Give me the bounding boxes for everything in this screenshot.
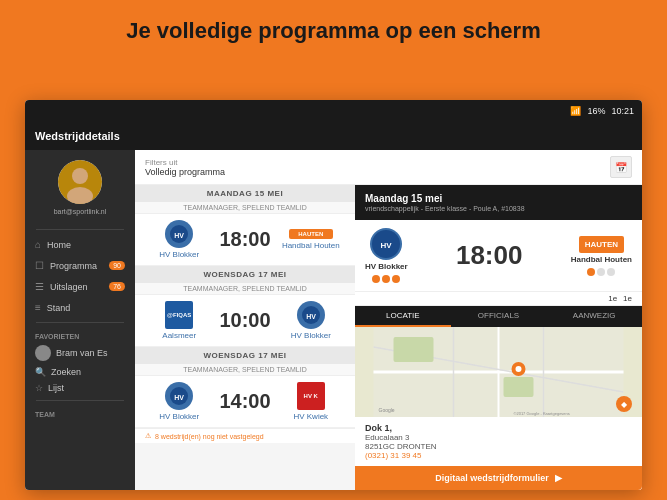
score-numbers-row: 1e 1e	[355, 292, 642, 306]
stand-icon: ≡	[35, 302, 41, 313]
away-team-name-1: Handbal Houten	[282, 241, 340, 250]
team-label: TEAM	[25, 405, 135, 420]
fav-avatar	[35, 345, 51, 361]
detail-home-name: HV Blokker	[365, 262, 408, 271]
sub-header-3: TEAMMANAGER, SPELEND TEAMLID	[135, 364, 355, 376]
filter-label: Filters uit	[145, 158, 604, 167]
favorieten-label: FAVORIETEN	[25, 327, 135, 342]
home-team-name-2: Aalsmeer	[162, 331, 196, 340]
sidebar-uitslagen-label: Uitslagen	[50, 282, 88, 292]
wifi-icon: 📶	[570, 106, 581, 116]
home-team-col-2: @FIQAS Aalsmeer	[143, 301, 215, 340]
day-header-1: MAANDAG 15 MEI	[135, 185, 355, 202]
detail-away-name: Handbal Houten	[571, 255, 632, 264]
svg-text:HV: HV	[174, 394, 184, 401]
form-button-label: Digitaal wedstrijdformulier	[435, 473, 549, 483]
dot2	[382, 275, 390, 283]
digital-form-button[interactable]: Digitaal wedstrijdformulier ▶	[355, 466, 642, 490]
svg-text:HV: HV	[174, 232, 184, 239]
fav-lijst-label: Lijst	[48, 383, 64, 393]
kwiek-logo: HV K	[297, 382, 325, 410]
fav-item-lijst[interactable]: ☆ Lijst	[25, 380, 135, 396]
home-team-name-3: HV Blokker	[159, 412, 199, 421]
search-icon: 🔍	[35, 367, 46, 377]
sidebar-divider-3	[36, 400, 124, 401]
match-time-3: 14:00	[219, 390, 270, 413]
home-team-name-1: HV Blokker	[159, 250, 199, 259]
svg-rect-18	[394, 337, 434, 362]
calendar-filter-icon: 📅	[615, 162, 627, 173]
tab-officials[interactable]: OFFICIALS	[451, 306, 547, 327]
content-area: Filters uit Volledig programma 📅 MAANDAG…	[135, 150, 642, 490]
user-email: bart@sportlink.nl	[50, 208, 111, 215]
svg-text:HV: HV	[306, 313, 316, 320]
adot3	[607, 268, 615, 276]
adot1	[587, 268, 595, 276]
home-icon: ⌂	[35, 239, 41, 250]
svg-rect-17	[504, 377, 534, 397]
hv-blokker-logo-3: HV	[165, 382, 193, 410]
map-area: Google ©2017 Google - Kaartgegevens ◆	[355, 327, 642, 417]
page-title: Je volledige programma op een scherm	[0, 0, 667, 56]
star-icon: ☆	[35, 383, 43, 393]
svg-text:Google: Google	[379, 407, 395, 413]
svg-point-20	[516, 366, 522, 372]
sidebar: bart@sportlink.nl ⌂ Home ☐ Programma 90 …	[25, 150, 135, 490]
detail-date: Maandag 15 mei	[365, 193, 632, 204]
detail-away-col: HAUTEN Handbal Houten	[571, 236, 632, 276]
score-away-num: 1e 1e	[608, 294, 632, 303]
app-header: Wedstrijddetails	[25, 122, 642, 150]
tab-aanwezig[interactable]: AANWEZIG	[546, 306, 642, 327]
svg-text:©2017 Google - Kaartgegevens: ©2017 Google - Kaartgegevens	[514, 411, 570, 416]
match-card-3[interactable]: HV HV Blokker 14:00 HV K HV Kwiek	[135, 376, 355, 428]
sidebar-item-stand[interactable]: ≡ Stand	[25, 297, 135, 318]
arrow-icon: ▶	[555, 473, 562, 483]
fav-item-zoeken[interactable]: 🔍 Zoeken	[25, 364, 135, 380]
map-marker: ◆	[616, 396, 632, 412]
detail-score-row: HV HV Blokker 18:00 HAUTEN	[355, 220, 642, 292]
tab-locatie[interactable]: LOCATIE	[355, 306, 451, 327]
match-card-2[interactable]: @FIQAS Aalsmeer 10:00 HV HV Blokker	[135, 295, 355, 347]
main-layout: bart@sportlink.nl ⌂ Home ☐ Programma 90 …	[25, 150, 642, 490]
dot3	[392, 275, 400, 283]
sidebar-item-programma[interactable]: ☐ Programma 90	[25, 255, 135, 276]
match-card-1[interactable]: HV HV Blokker 18:00 HAUTEN Handbal Houte…	[135, 214, 355, 266]
clock: 10:21	[611, 106, 634, 116]
svg-text:HV: HV	[381, 241, 393, 250]
sidebar-item-home[interactable]: ⌂ Home	[25, 234, 135, 255]
filter-icon-button[interactable]: 📅	[610, 156, 632, 178]
warning-icon: ⚠	[145, 432, 151, 440]
detail-sponsor: HAUTEN	[579, 236, 624, 253]
day-header-3: WOENSDAG 17 MEI	[135, 347, 355, 364]
footer-text: 8 wedstrijd(en) nog niet vastgelegd	[155, 433, 264, 440]
list-icon: ☰	[35, 281, 44, 292]
detail-time: 18:00	[416, 240, 563, 271]
footer-bar: ⚠ 8 wedstrijd(en) nog niet vastgelegd	[135, 428, 355, 443]
dot1	[372, 275, 380, 283]
battery-level: 16%	[587, 106, 605, 116]
svg-point-1	[72, 168, 88, 184]
sidebar-divider-2	[36, 322, 124, 323]
fav-zoeken-label: Zoeken	[51, 367, 81, 377]
home-score-dots	[372, 275, 400, 283]
detail-tabs: LOCATIE OFFICIALS AANWEZIG	[355, 306, 642, 327]
fav-item-bram[interactable]: Bram van Es	[25, 342, 135, 364]
adot2	[597, 268, 605, 276]
app-header-title: Wedstrijddetails	[35, 130, 120, 142]
sub-header-1: TEAMMANAGER, SPELEND TEAMLID	[135, 202, 355, 214]
aalsmeer-logo: @FIQAS	[165, 301, 193, 329]
address-street: Educalaan 3	[365, 433, 632, 442]
sidebar-programma-label: Programma	[50, 261, 97, 271]
detail-meta: vriendschappelijk - Eerste klasse - Poul…	[365, 205, 632, 212]
sidebar-item-uitslagen[interactable]: ☰ Uitslagen 76	[25, 276, 135, 297]
uitslagen-badge: 76	[109, 282, 125, 291]
detail-home-logo: HV	[370, 228, 402, 260]
day-header-2: WOENSDAG 17 MEI	[135, 266, 355, 283]
home-team-col-1: HV HV Blokker	[143, 220, 215, 259]
hv-blokker-logo-2: HV	[297, 301, 325, 329]
sidebar-home-label: Home	[47, 240, 71, 250]
away-score-dots	[587, 268, 615, 276]
match-time-1: 18:00	[219, 228, 270, 251]
hv-blokker-logo-1: HV	[165, 220, 193, 248]
device-frame: 📶 16% 10:21 Wedstrijddetails bart@sportl…	[25, 100, 642, 490]
